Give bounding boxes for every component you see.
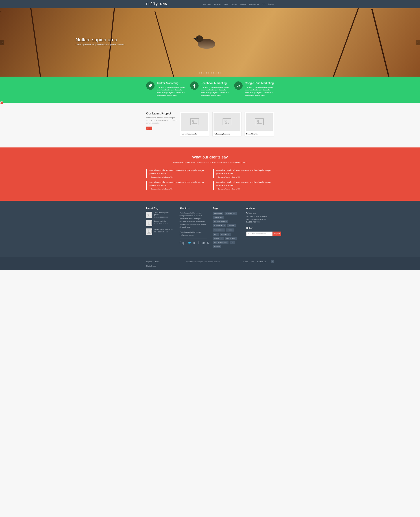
service-desc: Pellentesque habitant morbi tristique se…	[245, 86, 274, 97]
tag[interactable]: WEB DESIGN	[213, 228, 225, 232]
dribbble-icon[interactable]: ◉	[202, 241, 205, 245]
project-card[interactable]: Nullam sapien urna	[212, 112, 242, 136]
quote-text: Lorem ipsum dolor sit amet, consectetur …	[216, 169, 274, 175]
lang-link[interactable]: Türkçe	[155, 261, 160, 263]
slider-dot[interactable]	[213, 72, 214, 74]
tag[interactable]: HOWTO	[213, 245, 221, 248]
blog-link[interactable]: Donec molestie	[154, 220, 168, 222]
slider-dot[interactable]	[206, 72, 207, 74]
tag[interactable]: SHOWCASE	[213, 216, 224, 219]
bottom-links: Home Faq Contact Us ⌃	[243, 260, 274, 263]
slider-next[interactable]: ›	[416, 40, 420, 45]
quote-cite: — Someone famous in Source Title	[216, 176, 274, 178]
tags-cloud: FEATURES INSPIRATION SHOWCASE GRAPHIC DE…	[213, 212, 240, 248]
placeholder-image-icon	[181, 113, 208, 131]
project-title: Nullam sapien urna	[213, 132, 241, 136]
newsletter-input[interactable]	[246, 232, 272, 236]
nav-item[interactable]: Videolar	[240, 3, 246, 5]
slider-dot[interactable]	[218, 72, 219, 74]
twitter-icon[interactable]: 🐦	[188, 241, 192, 245]
nav-item[interactable]: İletişim	[268, 3, 274, 5]
blog-item: Donec eu vehicula arcu 2015-03-04 15:14:…	[146, 228, 174, 235]
slider-dot[interactable]	[211, 72, 212, 74]
tag[interactable]: FEATURES	[213, 212, 224, 215]
service-title: Twitter Marketing	[157, 82, 186, 85]
quote-text: Lorem ipsum dolor sit amet, consectetur …	[149, 169, 207, 175]
bottom-link[interactable]: Contact Us	[257, 261, 266, 263]
copyright: © 2015 Sefa Karagöz Tüm Hakları Saklıdır…	[186, 261, 220, 263]
project-card[interactable]: Nunc fringilla	[245, 112, 274, 136]
blog-link[interactable]: Cras vitae vulputate ipsum	[154, 212, 174, 216]
slider-dots	[199, 72, 221, 74]
skype-icon[interactable]: S	[207, 241, 209, 245]
hero-slider: Nullam sapien urna Nullam sapien urna, v…	[0, 8, 420, 77]
about-text: Pellentesque habitant morbi tristique se…	[180, 212, 207, 229]
twitter-icon	[146, 82, 155, 90]
tag[interactable]: VIDEO	[226, 228, 233, 232]
testimonial-item: Lorem ipsum dolor sit amet, consectetur …	[146, 169, 207, 178]
linkedin-icon[interactable]: in	[198, 241, 200, 245]
facebook-icon	[190, 82, 199, 90]
back-to-top[interactable]: ⌃	[271, 260, 274, 263]
bottom-link[interactable]: Faq	[251, 261, 254, 263]
youtube-icon[interactable]: ▶	[194, 241, 196, 245]
googleplus-icon[interactable]: g+	[182, 241, 186, 245]
slider-dot[interactable]	[199, 72, 200, 74]
service-title: Google Plus Marketing	[245, 82, 274, 85]
slider-dot[interactable]	[203, 72, 204, 74]
lang-link[interactable]: English	[146, 261, 152, 263]
projects-next[interactable]: ›	[149, 127, 152, 130]
tags-heading: Tags	[213, 207, 240, 210]
service-desc: Pellentesque habitant morbi tristique se…	[157, 86, 186, 97]
about-text: Pellentesque habitant morbi tristique se…	[180, 231, 207, 237]
hero-image-bird	[193, 34, 222, 54]
newsletter-submit[interactable]: Kaydet	[272, 232, 282, 236]
hero-title: Nullam sapien urna	[75, 37, 124, 43]
quote-cite: — Someone famous in Source Title	[149, 176, 207, 178]
slider-dot[interactable]	[220, 72, 221, 74]
tag[interactable]: GRAPHIC DESIGN	[213, 220, 228, 223]
language-switch: English Türkçe	[146, 261, 163, 263]
address-phone: P: (123) 456-7890	[246, 221, 274, 224]
logo[interactable]: Fully CMS	[146, 2, 167, 6]
bottom-link[interactable]: Home	[243, 261, 248, 263]
tag[interactable]: ANIMATION	[213, 237, 224, 240]
tag[interactable]: PHOTOSHOP	[225, 237, 237, 240]
badge-icon	[0, 101, 3, 104]
slider-dot[interactable]	[201, 72, 202, 74]
sponsor-link[interactable]: DigitalOcean	[146, 265, 156, 267]
placeholder-image-icon	[146, 220, 152, 226]
slider-prev[interactable]: ‹	[0, 40, 4, 45]
newsletter-heading: Bülten	[246, 227, 274, 229]
testimonials-sub: Pellentesque habitant morbi tristique se…	[146, 161, 274, 163]
project-card[interactable]: Lorem ipsum dolor	[180, 112, 209, 136]
projects-prev[interactable]: ‹	[146, 127, 149, 130]
nav-item[interactable]: Ana Sayfa	[203, 3, 211, 5]
tag[interactable]: ART	[213, 233, 219, 236]
nav-item[interactable]: Projeler	[231, 3, 237, 5]
quote-text: Lorem ipsum dolor sit amet, consectetur …	[216, 181, 274, 187]
nav-item[interactable]: Haberler	[214, 3, 221, 5]
about-heading: About Us	[180, 207, 207, 210]
quote-text: Lorem ipsum dolor sit amet, consectetur …	[149, 181, 207, 187]
testimonial-item: Lorem ipsum dolor sit amet, consectetur …	[146, 181, 207, 190]
nav-item[interactable]: Blog	[224, 3, 228, 5]
slider-dot[interactable]	[216, 72, 217, 74]
service-item: g+ Google Plus Marketing Pellentesque ha…	[234, 82, 274, 97]
nav-item[interactable]: SSS	[262, 3, 265, 5]
tag[interactable]: CG	[230, 241, 235, 244]
tag[interactable]: DIGITAL PAINTING	[213, 241, 228, 244]
tag[interactable]: INSPIRATION	[225, 212, 237, 215]
project-title: Lorem ipsum dolor	[180, 132, 209, 136]
blog-link[interactable]: Donec eu vehicula arcu	[154, 228, 172, 231]
tag[interactable]: ILLUSTRATION	[213, 224, 226, 227]
service-item: Twitter Marketing Pellentesque habitant …	[146, 82, 186, 97]
nav-item[interactable]: Hakkımızda	[249, 3, 259, 5]
facebook-icon[interactable]: f	[180, 241, 180, 245]
address-line: San Francisco, CA 94107	[246, 218, 274, 221]
tag[interactable]: DESIGN	[227, 224, 236, 227]
blog-date: 2015-03-04 15:14:38	[154, 231, 172, 233]
project-title: Nunc fringilla	[245, 132, 274, 136]
slider-dot[interactable]	[208, 72, 209, 74]
tag[interactable]: NEW WORK	[220, 233, 231, 236]
